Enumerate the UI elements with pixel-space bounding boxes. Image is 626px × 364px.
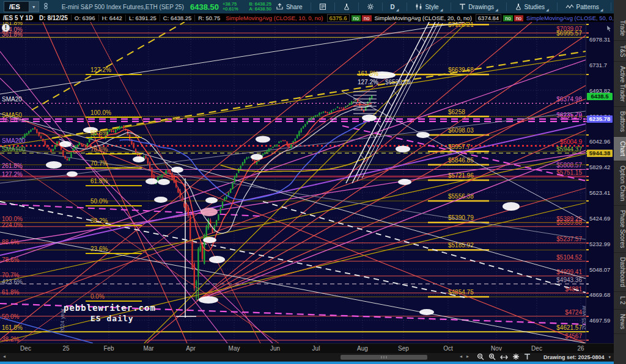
fib-label[interactable]: 127.2% [2,171,23,178]
symbol-dropdown-button[interactable]: ▼ [29,2,39,12]
fib-label[interactable]: 38.2% [2,336,19,343]
trendline[interactable] [0,56,586,147]
sidebar-tab-active-trader[interactable]: Active Trader [614,62,626,107]
trendline[interactable] [144,22,467,343]
fib-label[interactable]: 127.2% [358,79,378,86]
fib-label[interactable]: 261.8% [2,162,23,169]
trendline[interactable] [32,22,185,110]
study-label[interactable]: SimpleMovingAvg (CLOSE, 10, 0, no) [223,15,325,21]
fib-price-label[interactable]: $6098.03 [448,127,474,134]
fib-label[interactable]: 161.8% [2,117,23,123]
patterns-button[interactable]: Patterns◢ [561,0,608,13]
price-level-label[interactable]: $6995.57 [556,30,582,37]
settings-button[interactable] [363,0,378,13]
fib-label[interactable]: SMA200 [2,137,26,144]
drawings-button[interactable]: Drawings◢ [455,0,502,13]
ellipse-annotation[interactable] [158,179,170,185]
fib-label[interactable]: $6530.79 [385,79,411,86]
fib-label[interactable]: 100.0% [90,109,111,116]
link-icon[interactable] [42,2,50,11]
fib-price-label[interactable]: $5390.79 [448,214,474,221]
trendline[interactable] [0,153,586,244]
trendline[interactable] [0,202,465,297]
sidebar-tab-t-s[interactable]: T&S [614,41,626,62]
channel-line[interactable] [362,23,443,178]
sidebar-tab-trade[interactable]: Trade [614,16,626,41]
ellipse-annotation[interactable] [209,256,225,263]
ellipse-annotation[interactable] [199,296,218,304]
ellipse-annotation[interactable] [416,132,430,138]
fib-label[interactable]: SMA100 [2,146,26,153]
fib-label[interactable]: 0.0% [90,293,105,300]
fib-label[interactable]: 78.6% [2,257,19,263]
sidebar-tab-buttons[interactable]: Buttons [614,107,626,137]
ellipse-annotation[interactable] [419,309,434,315]
fib-label[interactable]: 161.8% [358,70,378,77]
trendline[interactable] [0,154,586,282]
fib-price-label[interactable]: $6639.68 [448,67,474,73]
fib-label[interactable]: 423.6% [2,278,23,285]
sidebar-tab-news[interactable]: News [614,310,626,334]
ellipse-annotation[interactable] [46,161,62,169]
page-right-icon[interactable]: ▸ [466,354,469,359]
fib-label[interactable]: 78.6% [90,146,108,153]
fib-price-label[interactable]: $5846.85 [448,157,474,164]
trendline[interactable] [147,22,532,343]
fib-label[interactable]: 50.0% [90,198,108,205]
page-left-icon[interactable]: ◂ [460,354,462,359]
trendline[interactable] [52,51,586,138]
trendline[interactable] [0,51,227,343]
price-level-label[interactable]: $4943.36 [556,277,582,283]
style-button[interactable]: Style◢ [411,0,447,13]
fib-label[interactable]: 50.0% [2,313,19,320]
timeframe-button[interactable]: D◢ [386,0,403,13]
sidebar-tab-chart[interactable]: Chart [614,137,626,161]
fib-price-label[interactable]: $7123.21 [448,22,474,28]
price-level-label[interactable]: $5808.57 [556,162,582,169]
analyze-button[interactable] [339,0,355,13]
trendline[interactable] [17,22,465,343]
ellipse-annotation[interactable] [201,208,218,216]
ellipse-annotation[interactable] [362,115,377,122]
sidebar-tab-dashboard[interactable]: Dashboard [614,253,626,292]
fib-label[interactable]: 88.6% [90,129,108,136]
trendline[interactable] [197,150,586,300]
ellipse-annotation[interactable] [205,197,218,203]
sidebar-tab-phase-scores[interactable]: Phase Scores [614,206,626,253]
price-level-label[interactable]: $5104.52 [556,254,582,261]
ellipse-annotation[interactable] [203,237,216,243]
ellipse-annotation[interactable] [398,179,411,185]
trendline[interactable] [0,154,279,343]
chart-scrollbar[interactable]: ◂ ◂ ▸ Drawing set: 2025-0804▾ [0,353,614,362]
fib-price-label[interactable]: $5721.96 [448,172,474,179]
scroll-left-icon[interactable]: ◂ [3,354,6,359]
fib-label[interactable]: 161.8% [2,324,23,331]
price-level-label[interactable]: $4621.57 [556,324,582,331]
ellipse-annotation[interactable] [171,167,183,173]
share-button[interactable]: Share [271,0,307,13]
price-level-label[interactable]: $4999.41 [556,269,582,275]
price-level-label[interactable]: $4724 [565,309,582,316]
studies-button[interactable]: Studies◢ [510,0,553,13]
ellipse-annotation[interactable] [256,136,270,143]
ellipse-annotation[interactable] [154,197,168,203]
ellipse-annotation[interactable] [67,172,78,177]
fib-label[interactable]: 127.2% [90,67,111,73]
ellipse-annotation[interactable] [133,156,145,162]
drawing-set-selector[interactable]: Drawing set: 2025-0804 [543,354,605,360]
price-level-label[interactable]: $6004.9 [560,139,583,145]
time-axis[interactable]: Dec25FebMarAprMayJunJulAugSepOctNovDec26 [0,343,614,354]
sidebar-tab-option-chain[interactable]: Option Chain [614,161,626,206]
fib-label[interactable]: 61.8% [2,289,19,296]
trendline[interactable] [263,202,586,293]
sidebar-tab-l-2[interactable]: L 2 [614,292,626,310]
fib-label[interactable]: 38.2% [90,217,108,224]
fib-label[interactable]: SMA20 [2,96,22,103]
scrollbar-handle[interactable] [341,355,427,360]
study-label[interactable]: SimpleMovingAvg (CLOSE, 50, 0, no) [524,15,626,21]
ellipse-annotation[interactable] [59,141,72,147]
fib-label[interactable]: 88.6% [2,239,19,246]
ellipse-annotation[interactable] [396,146,410,153]
fib-label[interactable]: 70.7% [2,272,19,278]
ellipse-annotation[interactable] [145,178,158,184]
